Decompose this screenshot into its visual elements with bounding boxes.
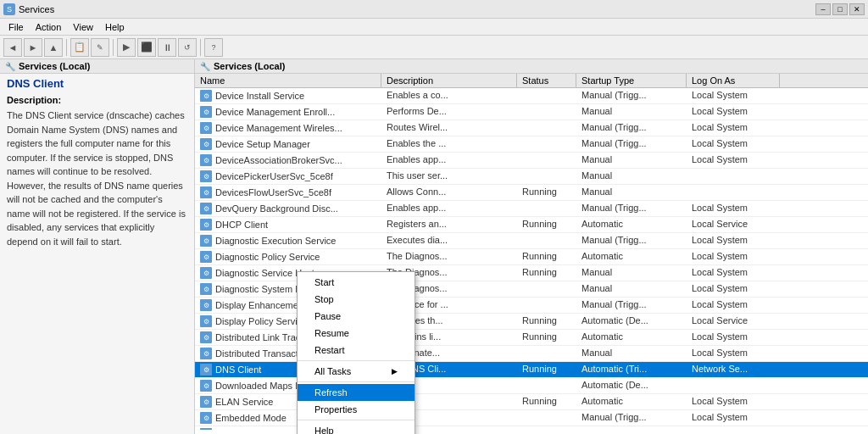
service-status-cell	[517, 298, 576, 313]
service-startup-cell: Manual	[576, 104, 687, 120]
service-logon-cell: Network Se...	[687, 362, 780, 377]
context-menu-item-start[interactable]: Start	[298, 274, 415, 291]
context-menu-item-all-tasks[interactable]: All Tasks▶	[298, 363, 415, 380]
service-status-cell	[517, 104, 576, 120]
context-menu-item-properties[interactable]: Properties	[298, 401, 415, 418]
service-startup-cell: Manual (Trigg...	[576, 136, 687, 152]
service-name-text: DevQuery Background Disc...	[215, 203, 338, 214]
maximize-button[interactable]: □	[832, 3, 848, 15]
service-startup-cell: Automatic (Tri...	[576, 362, 687, 377]
service-icon: ⚙	[200, 380, 212, 392]
table-row[interactable]: ⚙DevicesFlowUserSvc_5ce8fAllows Conn...R…	[195, 185, 868, 201]
table-row[interactable]: ⚙DevQuery Background Disc...Enables app.…	[195, 201, 868, 217]
table-row[interactable]: ⚙DeviceAssociationBrokerSvc...Enables ap…	[195, 153, 868, 169]
service-startup-cell: Manual (Trigg...	[576, 201, 687, 216]
menu-view[interactable]: View	[68, 20, 98, 34]
service-name-text: Device Management Wireles...	[215, 123, 342, 133]
service-startup-cell: Manual	[576, 265, 687, 281]
menu-bar: File Action View Help	[0, 19, 868, 36]
service-name-text: Device Setup Manager	[215, 139, 310, 149]
context-menu-item-stop[interactable]: Stop	[298, 291, 415, 308]
service-icon: ⚙	[200, 331, 212, 343]
service-icon: ⚙	[200, 299, 212, 311]
start-service-button[interactable]: ▶	[117, 38, 136, 57]
service-status-cell	[517, 426, 576, 430]
service-status-cell: Running	[517, 330, 576, 345]
toolbar: ◄ ► ▲ 📋 ✎ ▶ ⬛ ⏸ ↺ ?	[0, 36, 868, 59]
table-row[interactable]: ⚙Device Install ServiceEnables a co...Ma…	[195, 88, 868, 104]
desc-text: The DNS Client service (dnscache) caches…	[7, 108, 187, 248]
service-logon-cell: Local System	[687, 410, 780, 426]
table-row[interactable]: ⚙Device Management Wireles...Routes Wire…	[195, 120, 868, 136]
pause-service-button[interactable]: ⏸	[158, 38, 176, 57]
left-panel-title: Services (Local)	[19, 61, 90, 71]
toolbar-sep-1	[66, 39, 67, 56]
service-logon-cell: Local System	[687, 120, 780, 136]
forward-button[interactable]: ►	[24, 38, 42, 57]
col-logon[interactable]: Log On As	[687, 74, 780, 87]
table-row[interactable]: ⚙Diagnostic Execution ServiceExecutes di…	[195, 233, 868, 249]
menu-help[interactable]: Help	[100, 20, 130, 34]
title-bar: S Services – □ ✕	[0, 0, 868, 19]
service-status-cell	[517, 153, 576, 168]
menu-action[interactable]: Action	[31, 20, 67, 34]
service-status-cell	[517, 281, 576, 297]
context-menu-item-restart[interactable]: Restart	[298, 342, 415, 359]
context-menu-separator	[298, 381, 415, 382]
restart-service-button[interactable]: ↺	[178, 38, 197, 57]
service-startup-cell: Manual (Trigg...	[576, 410, 687, 426]
service-desc-cell: The Diagnos...	[381, 249, 517, 264]
service-name-text: DevicePickerUserSvc_5ce8f	[215, 171, 333, 181]
context-menu-item-pause[interactable]: Pause	[298, 308, 415, 325]
service-icon: ⚙	[200, 235, 212, 247]
show-hide-button[interactable]: 📋	[70, 38, 89, 57]
help-button[interactable]: ?	[204, 38, 223, 57]
window-controls[interactable]: – □ ✕	[815, 3, 865, 15]
service-startup-cell: Manual	[576, 346, 687, 361]
service-status-cell	[517, 169, 576, 184]
left-panel-content: DNS Client Description: The DNS Client s…	[0, 74, 194, 252]
service-name-cell: ⚙Device Management Wireles...	[195, 120, 381, 136]
service-logon-cell: Local System	[687, 330, 780, 345]
service-icon: ⚙	[200, 90, 212, 102]
service-icon: ⚙	[200, 251, 212, 263]
context-menu-item-help[interactable]: Help	[298, 422, 415, 434]
col-status[interactable]: Status	[517, 74, 576, 87]
col-name[interactable]: Name	[195, 74, 381, 87]
service-name-cell: ⚙DevicePickerUserSvc_5ce8f	[195, 169, 381, 184]
table-row[interactable]: ⚙Diagnostic Policy ServiceThe Diagnos...…	[195, 249, 868, 265]
service-desc-cell: Enables app...	[381, 153, 517, 168]
up-button[interactable]: ▲	[44, 38, 63, 57]
service-startup-cell: Manual	[576, 281, 687, 297]
context-menu-item-resume[interactable]: Resume	[298, 325, 415, 342]
table-row[interactable]: ⚙Device Management Enroll...Performs De.…	[195, 104, 868, 120]
service-logon-cell: Local System	[687, 281, 780, 297]
service-startup-cell: Automatic (De...	[576, 378, 687, 393]
service-icon: ⚙	[200, 283, 212, 295]
service-logon-cell: Local System	[687, 201, 780, 216]
submenu-arrow-icon: ▶	[392, 367, 398, 376]
col-desc[interactable]: Description	[381, 74, 517, 87]
col-startup[interactable]: Startup Type	[576, 74, 687, 87]
minimize-button[interactable]: –	[815, 3, 831, 15]
service-status-cell	[517, 233, 576, 248]
context-menu-item-refresh[interactable]: Refresh	[298, 384, 415, 401]
service-startup-cell: Automatic (De...	[576, 314, 687, 329]
service-name-cell: ⚙DeviceAssociationBrokerSvc...	[195, 153, 381, 168]
service-logon-cell: Local System	[687, 88, 780, 103]
service-startup-cell: Automatic	[576, 394, 687, 409]
service-icon: ⚙	[200, 428, 212, 430]
menu-file[interactable]: File	[3, 20, 29, 34]
back-button[interactable]: ◄	[3, 38, 22, 57]
service-logon-cell	[687, 169, 780, 184]
close-button[interactable]: ✕	[849, 3, 865, 15]
stop-service-button[interactable]: ⬛	[137, 38, 156, 57]
table-row[interactable]: ⚙Device Setup ManagerEnables the ...Manu…	[195, 136, 868, 153]
service-startup-cell: Manual	[576, 185, 687, 200]
service-name-text: DHCP Client	[215, 220, 268, 230]
table-row[interactable]: ⚙DevicePickerUserSvc_5ce8fThis user ser.…	[195, 169, 868, 185]
service-icon: ⚙	[200, 154, 212, 166]
properties-button[interactable]: ✎	[91, 38, 109, 57]
table-row[interactable]: ⚙DHCP ClientRegisters an...RunningAutoma…	[195, 217, 868, 233]
service-desc-cell: Executes dia...	[381, 233, 517, 248]
